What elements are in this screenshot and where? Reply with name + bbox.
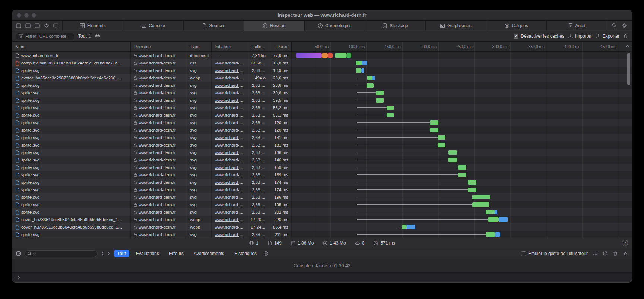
table-row[interactable]: sprite.svg www.richard-dern.fr svg www.r… <box>12 201 632 208</box>
collapse-waterfall-icon[interactable] <box>625 45 630 48</box>
resource-initiator[interactable]: www.richard-d… <box>215 225 245 229</box>
console-filter-errors[interactable]: Erreurs <box>166 250 187 257</box>
table-row[interactable]: avatar_hu85ecc3e298728880b0bde2dcc4e5c23… <box>12 74 632 82</box>
url-filter-input[interactable]: Filtrer l’URL complète <box>16 33 74 40</box>
next-result-icon[interactable] <box>107 251 111 256</box>
table-row[interactable]: sprite.svg www.richard-dern.fr svg www.r… <box>12 171 632 179</box>
search-icon[interactable] <box>612 23 617 28</box>
table-row[interactable]: sprite.svg www.richard-dern.fr svg www.r… <box>12 104 632 111</box>
console-bubble-icon[interactable] <box>593 251 598 256</box>
tab-audit[interactable]: Audit <box>546 21 607 31</box>
tab-sources[interactable]: Sources <box>183 21 244 31</box>
resource-initiator[interactable]: www.richard-d… <box>215 210 245 214</box>
column-header-domain[interactable]: Domaine <box>131 42 187 51</box>
table-row[interactable]: sprite.svg www.richard-dern.fr svg www.r… <box>12 164 632 171</box>
column-header-initiator[interactable]: Initiateur <box>212 42 248 51</box>
settings-gear-icon[interactable] <box>622 23 627 28</box>
reload-icon[interactable] <box>603 251 608 256</box>
table-row[interactable]: sprite.svg www.richard-dern.fr svg www.r… <box>12 67 632 74</box>
vertical-scrollbar-thumb[interactable] <box>627 53 630 85</box>
import-button[interactable]: Importer <box>568 34 592 39</box>
column-header-name[interactable]: Nom <box>12 42 131 51</box>
table-row[interactable]: sprite.svg www.richard-dern.fr svg www.r… <box>12 208 632 216</box>
disable-caches-checkbox[interactable]: ✓ Désactiver les caches <box>514 34 564 39</box>
column-header-type[interactable]: Type <box>187 42 212 51</box>
tab-elements[interactable]: Éléments <box>62 21 123 31</box>
tab-console[interactable]: Console <box>123 21 183 31</box>
tab-network[interactable]: Réseau <box>244 21 304 31</box>
resource-initiator[interactable]: www.richard-d… <box>215 158 245 162</box>
resource-initiator[interactable]: www.richard-d… <box>215 113 245 117</box>
console-filter-options-icon[interactable] <box>263 251 269 256</box>
resource-initiator[interactable]: www.richard-d… <box>215 61 245 65</box>
resource-initiator[interactable]: www.richard-d… <box>215 76 245 80</box>
clear-console-trash-icon[interactable] <box>613 251 618 256</box>
tab-timelines[interactable]: Chronologies <box>304 21 365 31</box>
help-button[interactable]: ? <box>622 240 628 246</box>
table-row[interactable]: sprite.svg www.richard-dern.fr svg www.r… <box>12 193 632 201</box>
resource-scope-select[interactable]: Tout <box>78 34 91 39</box>
console-filter-logs[interactable]: Historiques <box>231 250 260 257</box>
table-row[interactable]: sprite.svg www.richard-dern.fr svg www.r… <box>12 126 632 134</box>
resource-initiator[interactable]: www.richard-d… <box>215 106 245 110</box>
resource-initiator[interactable]: www.richard-d… <box>215 120 245 125</box>
column-header-size[interactable]: Taille… <box>248 42 269 51</box>
table-row[interactable]: sprite.svg www.richard-dern.fr svg www.r… <box>12 231 632 238</box>
close-button[interactable] <box>17 13 21 18</box>
table-row[interactable]: sprite.svg www.richard-dern.fr svg www.r… <box>12 89 632 97</box>
resource-initiator[interactable]: www.richard-d… <box>215 98 245 103</box>
table-row[interactable]: sprite.svg www.richard-dern.fr svg www.r… <box>12 186 632 193</box>
tab-storage[interactable]: Stockage <box>365 21 425 31</box>
table-row[interactable]: sprite.svg www.richard-dern.fr svg www.r… <box>12 82 632 89</box>
export-button[interactable]: Exporter <box>596 34 619 39</box>
emulate-user-gesture-checkbox[interactable]: Émuler le geste de l’utilisateur <box>521 251 588 256</box>
table-row[interactable]: sprite.svg www.richard-dern.fr svg www.r… <box>12 149 632 156</box>
minimize-button[interactable] <box>24 13 29 18</box>
dock-side-icon[interactable] <box>16 23 21 28</box>
resource-initiator[interactable]: www.richard-d… <box>215 135 245 140</box>
tab-layers[interactable]: Calques <box>486 21 546 31</box>
resource-initiator[interactable]: www.richard-d… <box>215 195 245 199</box>
resource-initiator[interactable]: www.richard-d… <box>215 165 245 170</box>
console-filter-warnings[interactable]: Avertissements <box>190 250 228 257</box>
resource-initiator[interactable]: www.richard-d… <box>215 188 245 192</box>
table-row[interactable]: sprite.svg www.richard-dern.fr svg www.r… <box>12 97 632 104</box>
expand-console-icon[interactable] <box>623 251 628 256</box>
resource-initiator[interactable]: www.richard-d… <box>215 83 245 88</box>
console-prompt[interactable] <box>12 273 632 283</box>
resource-initiator[interactable]: www.richard-d… <box>215 150 245 155</box>
console-filter-all[interactable]: Tout <box>114 250 129 257</box>
table-row[interactable]: sprite.svg www.richard-dern.fr svg www.r… <box>12 111 632 119</box>
table-row[interactable]: sprite.svg www.richard-dern.fr svg www.r… <box>12 134 632 141</box>
table-row[interactable]: cover_hu736519dc3b5040cfa48b6b559b6de6ec… <box>12 216 632 223</box>
table-row[interactable]: sprite.svg www.richard-dern.fr svg www.r… <box>12 179 632 186</box>
table-row[interactable]: www.richard-dern.fr www.richard-dern.fr … <box>12 52 632 59</box>
resource-initiator[interactable]: www.richard-d… <box>215 202 245 207</box>
table-row[interactable]: sprite.svg www.richard-dern.fr svg www.r… <box>12 141 632 149</box>
resource-initiator[interactable]: www.richard-d… <box>215 128 245 132</box>
tab-graphics[interactable]: Graphismes <box>425 21 486 31</box>
zoom-button[interactable] <box>32 13 36 18</box>
table-row[interactable]: sprite.svg www.richard-dern.fr svg www.r… <box>12 119 632 126</box>
table-row[interactable]: sprite.svg www.richard-dern.fr svg www.r… <box>12 156 632 164</box>
element-selector-icon[interactable] <box>44 23 49 28</box>
device-icon[interactable] <box>53 23 58 28</box>
filter-options-icon[interactable] <box>95 34 100 39</box>
resource-initiator[interactable]: www.richard-d… <box>215 232 245 237</box>
resource-initiator[interactable]: www.richard-d… <box>215 143 245 147</box>
resource-initiator[interactable]: www.richard-d… <box>215 91 245 95</box>
previous-result-icon[interactable] <box>101 251 104 256</box>
resource-initiator[interactable]: — <box>215 53 219 58</box>
dock-right-icon[interactable] <box>35 23 40 28</box>
dock-bottom-icon[interactable] <box>25 23 31 28</box>
resource-initiator[interactable]: www.richard-d… <box>215 180 245 185</box>
table-row[interactable]: cover_hu736519dc3b5040cfa48b6b559b6de6ec… <box>12 223 632 231</box>
console-search-input[interactable] <box>25 250 98 257</box>
console-scope-icon[interactable] <box>16 251 21 256</box>
trash-icon[interactable] <box>623 34 628 39</box>
table-row[interactable]: compiled.min.38390909f303624ed9e1cf1bd3f… <box>12 59 632 67</box>
resource-initiator[interactable]: www.richard-d… <box>215 68 245 73</box>
resource-initiator[interactable]: www.richard-d… <box>215 217 245 222</box>
resource-initiator[interactable]: www.richard-d… <box>215 173 245 177</box>
console-filter-evaluations[interactable]: Évaluations <box>133 250 162 257</box>
